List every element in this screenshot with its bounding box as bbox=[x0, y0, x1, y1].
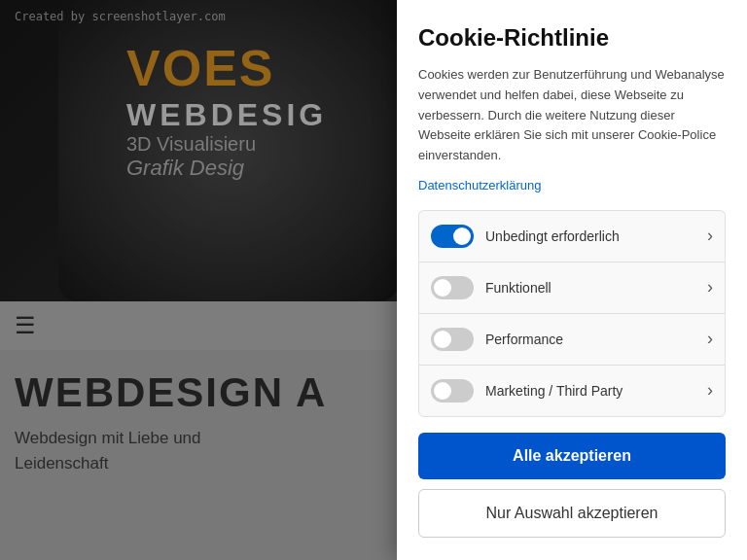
option-left-unbedingt: Unbedingt erforderlich bbox=[431, 225, 620, 248]
modal-title: Cookie-Richtlinie bbox=[418, 24, 726, 52]
toggle-marketing[interactable] bbox=[431, 379, 474, 402]
accept-all-button[interactable]: Alle akzeptieren bbox=[418, 433, 726, 479]
toggle-performance[interactable] bbox=[431, 328, 474, 351]
option-label-funktionell: Funktionell bbox=[485, 280, 551, 296]
option-label-performance: Performance bbox=[485, 332, 563, 347]
toggle-slider-marketing bbox=[431, 379, 474, 402]
cookie-modal: Cookie-Richtlinie Cookies werden zur Ben… bbox=[397, 0, 747, 560]
option-label-unbedingt: Unbedingt erforderlich bbox=[485, 228, 620, 244]
toggle-unbedingt[interactable] bbox=[431, 225, 474, 248]
cookie-option-performance: Performance › bbox=[418, 313, 726, 365]
option-label-marketing: Marketing / Third Party bbox=[485, 383, 622, 399]
arrow-icon-funktionell[interactable]: › bbox=[707, 277, 713, 298]
option-left-marketing: Marketing / Third Party bbox=[431, 379, 622, 402]
cookie-options-list: Unbedingt erforderlich › Funktionell › bbox=[418, 210, 726, 417]
option-left-performance: Performance bbox=[431, 328, 563, 351]
toggle-slider-funktionell bbox=[431, 276, 474, 299]
toggle-funktionell[interactable] bbox=[431, 276, 474, 299]
arrow-icon-unbedingt[interactable]: › bbox=[707, 226, 713, 246]
accept-selection-button[interactable]: Nur Auswahl akzeptieren bbox=[418, 489, 726, 538]
modal-description: Cookies werden zur Benutzerführung und W… bbox=[418, 65, 726, 166]
arrow-icon-marketing[interactable]: › bbox=[707, 380, 713, 401]
privacy-link[interactable]: Datenschutzerklärung bbox=[418, 178, 726, 192]
cookie-option-funktionell: Funktionell › bbox=[418, 262, 726, 313]
cookie-option-unbedingt: Unbedingt erforderlich › bbox=[418, 210, 726, 262]
toggle-slider-performance bbox=[431, 328, 474, 351]
cookie-option-marketing: Marketing / Third Party › bbox=[418, 365, 726, 417]
option-left-funktionell: Funktionell bbox=[431, 276, 551, 299]
toggle-slider-unbedingt bbox=[431, 225, 474, 248]
arrow-icon-performance[interactable]: › bbox=[707, 329, 713, 349]
